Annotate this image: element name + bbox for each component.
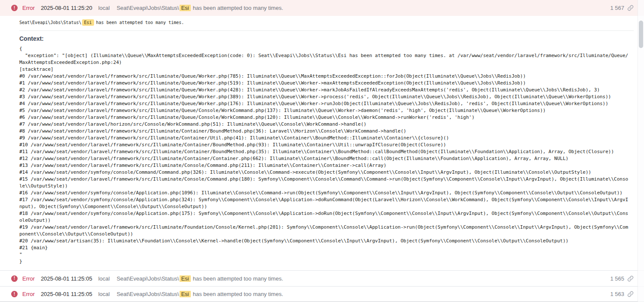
context-stacktrace: { "exception": "[object] (Illuminate\\Qu… [19,45,629,265]
divider [19,30,634,31]
message-prefix: Seat\Eveapi\Jobs\Status\ [116,291,179,297]
log-level-label: Error [22,5,35,11]
search-match-highlight: Esi [180,5,191,11]
scrollbar-track[interactable] [638,0,644,302]
log-message: Seat\Eveapi\Jobs\Status\Esihas been atte… [116,5,610,11]
log-entry-row[interactable]: Error 2025-08-01 11:25:05 local Seat\Eve… [0,270,644,286]
log-message: Seat\Eveapi\Jobs\Status\Esihas been atte… [116,275,610,282]
log-timestamp: 2025-08-01 11:25:20 [41,5,92,11]
log-environment: local [98,291,110,297]
message-prefix: Seat\Eveapi\Jobs\Status\ [19,20,82,25]
message-prefix: Seat\Eveapi\Jobs\Status\ [116,275,179,282]
permalink-link-icon[interactable] [627,5,634,11]
log-environment: local [98,5,110,11]
log-entry-details: Seat\Eveapi\Jobs\Status\Esihas been atte… [0,16,644,270]
message-suffix: has been attempted too many times. [193,5,283,11]
log-entry-row[interactable]: Error 2025-08-01 11:25:05 local Seat\Eve… [0,286,644,302]
log-timestamp: 2025-08-01 11:25:05 [41,275,92,282]
log-level-label: Error [22,275,35,282]
search-match-highlight: Esi [180,275,191,282]
message-suffix: has been attempted too many times. [193,275,283,282]
error-level-icon [11,5,18,11]
message-suffix: has been attempted too many times. [193,291,283,297]
log-viewer-page: Error 2025-08-01 11:25:20 local Seat\Eve… [0,0,644,302]
log-index-number: 1 563 [610,291,624,297]
search-match-highlight: Esi [180,291,191,297]
permalink-link-icon[interactable] [627,291,634,297]
message-suffix: has been attempted too many times. [96,20,184,25]
exception-message: Seat\Eveapi\Jobs\Status\Esihas been atte… [19,19,634,26]
search-match-highlight: Esi [82,19,94,26]
log-level-label: Error [22,291,35,297]
log-message: Seat\Eveapi\Jobs\Status\Esihas been atte… [116,291,610,297]
log-timestamp: 2025-08-01 11:25:05 [41,291,92,297]
log-index-number: 1 565 [610,275,624,282]
log-index-number: 1 567 [610,5,624,11]
scrollbar-thumb[interactable] [639,21,643,48]
message-prefix: Seat\Eveapi\Jobs\Status\ [116,5,179,11]
error-level-icon [11,275,18,282]
log-entry-row[interactable]: Error 2025-08-01 11:25:20 local Seat\Eve… [0,0,644,16]
context-heading: Context: [19,35,634,42]
log-environment: local [98,275,110,282]
error-level-icon [11,291,18,297]
permalink-link-icon[interactable] [627,275,634,282]
